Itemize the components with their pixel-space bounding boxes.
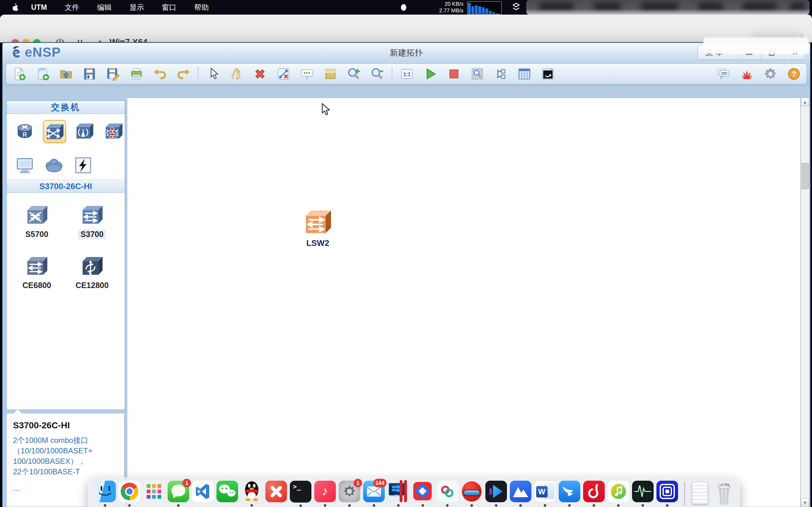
running-indicator-dot [104, 504, 106, 507]
dock-parallels-icon[interactable] [386, 481, 411, 507]
minimized-window-thumbnail[interactable] [692, 482, 708, 504]
toolbar-redo-button[interactable] [174, 65, 193, 83]
toolbar-help-button[interactable]: ? [785, 65, 803, 83]
svg-text:?: ? [791, 70, 796, 78]
toolbar-device-table-button[interactable] [515, 65, 533, 83]
dock-wechat-icon[interactable] [215, 481, 239, 507]
macos-menu-bar: UTM文件编辑显示窗口帮助 20 KB/s 2.77 MB/s [0, 0, 812, 15]
toolbar-delete-button[interactable] [251, 65, 269, 83]
trash-icon[interactable] [714, 481, 734, 505]
model-ce12800[interactable]: CE12800 [73, 254, 111, 290]
model-s5700[interactable]: S5700 [23, 203, 51, 239]
model-label: S3700 [78, 229, 106, 239]
description-title: S3700-26C-HI [13, 420, 118, 431]
dock-red-box-app-icon[interactable] [411, 481, 435, 507]
running-indicator-dot [177, 504, 180, 507]
menu-item-file[interactable]: 文件 [65, 3, 79, 12]
dock-vscode-icon[interactable] [191, 481, 215, 507]
topology-canvas[interactable]: LSW2 [127, 98, 801, 507]
toolbar-new-text-button[interactable] [33, 65, 51, 83]
toolbar-options-button[interactable] [761, 65, 779, 83]
dock-mountain-m-app-icon[interactable] [508, 481, 533, 507]
model-label: CE6800 [20, 280, 54, 290]
dock-settings-icon[interactable]: 1 [337, 481, 362, 507]
toolbar-zoom-in-button[interactable] [345, 65, 363, 83]
description-line: 2个1000M combo接口 [13, 435, 118, 445]
blurred-overlay-box [703, 38, 809, 54]
canvas-device-lsw2[interactable]: LSW2 [303, 207, 333, 248]
net-graph-bar [468, 3, 471, 14]
dock-red-x-player-icon[interactable] [264, 481, 288, 507]
category-power-line-icon[interactable] [72, 155, 94, 176]
network-history-graph[interactable] [467, 1, 501, 15]
dock-mail-icon[interactable]: 144 [362, 481, 386, 507]
toolbar-pan-button[interactable] [227, 65, 246, 83]
category-router-icon[interactable]: R [14, 120, 36, 142]
dock-robot-app-icon[interactable] [459, 481, 484, 507]
net-graph-bar [485, 9, 488, 14]
dock-messages-icon[interactable]: 1 [166, 481, 191, 507]
dock-video-player-icon[interactable] [484, 481, 508, 507]
toolbar-note-button[interactable] [321, 65, 339, 83]
dock-netease-music-icon[interactable] [582, 481, 606, 507]
dock-dingtalk-icon[interactable] [557, 481, 582, 507]
toolbar-undo-button[interactable] [151, 65, 169, 83]
menu-item-view[interactable]: 显示 [129, 3, 144, 12]
toolbar-zoom-1-1-button[interactable]: 1:1 [398, 65, 416, 83]
running-indicator-dot [251, 504, 253, 507]
toolbar-stop-device-button[interactable] [445, 65, 463, 83]
toolbar-start-device-button[interactable] [421, 65, 439, 83]
dock-finder-icon[interactable] [93, 481, 117, 507]
stacked-layers-icon[interactable] [510, 2, 522, 13]
mouse-cursor [321, 103, 331, 116]
dock-chrome-icon[interactable] [117, 481, 142, 507]
toolbar-text-annotation-button[interactable] [298, 65, 316, 83]
canvas-vertical-scrollbar[interactable]: ▲ ▼ [801, 98, 809, 507]
net-graph-bar [478, 6, 481, 14]
toolbar-select-button[interactable] [204, 65, 222, 83]
toolbar-delete-link-button[interactable] [274, 65, 292, 83]
toolbar-cli-console-button[interactable] [539, 65, 557, 83]
toolbar-print-button[interactable] [127, 65, 145, 83]
toolbar-open-button[interactable] [57, 65, 75, 83]
dock-activity-monitor-icon[interactable] [631, 481, 655, 507]
model-label: CE12800 [73, 280, 111, 290]
toolbar-save-as-button[interactable] [104, 65, 122, 83]
dock-word-icon[interactable]: W [533, 481, 557, 507]
dock-infinity-loop-app-icon[interactable] [435, 481, 459, 507]
apple-logo-icon[interactable] [11, 3, 18, 11]
toolbar-huawei-button[interactable] [738, 65, 756, 83]
running-indicator-dot [666, 504, 668, 507]
toolbar-save-button[interactable] [80, 65, 98, 83]
dock-terminal-icon[interactable]: >_ [288, 481, 313, 507]
dock-qq-music-icon[interactable] [606, 481, 631, 507]
category-cloud-icon[interactable] [43, 155, 65, 176]
scrollbar-thumb[interactable] [802, 163, 809, 189]
ensp-toolbar: 1:1 ? [3, 61, 810, 87]
scrollbar-down-button[interactable]: ▼ [801, 498, 809, 507]
dock-launchpad-icon[interactable] [142, 481, 166, 507]
toolbar-packet-capture-button[interactable] [468, 65, 486, 83]
category-firewall-icon[interactable] [103, 120, 124, 142]
notification-badge: 144 [373, 479, 387, 487]
menu-item-edit[interactable]: 编辑 [97, 3, 112, 12]
scrollbar-up-button[interactable]: ▲ [801, 98, 809, 106]
toolbar-topology-tree-button[interactable] [492, 65, 510, 83]
ensp-titlebar: eNSP 新建拓扑 菜 单 × [3, 43, 810, 62]
dock-music-icon[interactable]: ♪ [313, 481, 337, 507]
category-terminal-icon[interactable] [14, 155, 36, 176]
toolbar-new-topology-button[interactable] [10, 65, 28, 83]
dock-nested-squares-app-icon[interactable] [655, 481, 679, 507]
description-line: 22个10/100BASE-T [13, 466, 118, 477]
category-wlan-icon[interactable] [74, 120, 95, 142]
menu-items: UTM文件编辑显示窗口帮助 [31, 3, 209, 12]
menu-item-window[interactable]: 窗口 [162, 3, 176, 12]
toolbar-forum-button[interactable] [714, 65, 732, 83]
model-ce6800[interactable]: CE6800 [20, 254, 54, 290]
menu-item-help[interactable]: 帮助 [194, 3, 209, 12]
model-s3700[interactable]: S3700 [78, 203, 106, 239]
toolbar-zoom-out-button[interactable] [368, 65, 386, 83]
menu-item-utm[interactable]: UTM [31, 3, 47, 12]
dock-qq-icon[interactable] [239, 481, 264, 507]
category-switch-icon[interactable] [43, 120, 66, 143]
